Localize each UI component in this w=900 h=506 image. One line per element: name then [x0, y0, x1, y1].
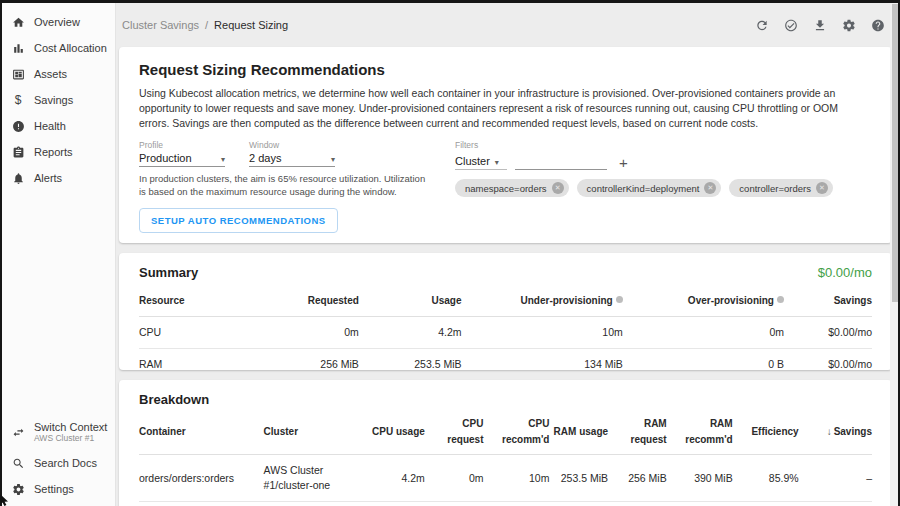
table-cell: 10m	[483, 455, 549, 502]
table-cell: $0.00/mo	[784, 316, 872, 348]
validate-button[interactable]	[783, 17, 799, 33]
sidebar-item-health[interactable]: Health	[2, 113, 115, 139]
table-cell: 4.2m	[359, 316, 462, 348]
sidebar-item-alerts[interactable]: Alerts	[2, 165, 115, 191]
filter-value-input[interactable]	[515, 155, 607, 170]
column-header[interactable]: RAM request	[608, 409, 667, 455]
bell-icon	[11, 171, 25, 185]
page-title: Request Sizing Recommendations	[139, 61, 872, 78]
remove-chip-icon[interactable]: ✕	[704, 182, 716, 194]
sidebar-item-label: Cost Allocation	[34, 42, 107, 55]
topbar: Cluster Savings / Request Sizing	[119, 3, 892, 47]
column-header[interactable]: CPU recomm'd	[483, 409, 549, 455]
table-cell: 85.9%	[733, 455, 799, 502]
sidebar-item-switch-context[interactable]: Switch ContextAWS Cluster #1	[2, 415, 115, 450]
table-cell: 256 MiB	[608, 455, 667, 502]
check-circle-icon	[784, 18, 798, 32]
chevron-down-icon: ▾	[331, 155, 335, 164]
chevron-down-icon: ▾	[495, 158, 499, 167]
breadcrumb-parent[interactable]: Cluster Savings	[122, 19, 199, 31]
mouse-cursor	[0, 494, 11, 506]
sidebar-item-cost-allocation[interactable]: Cost Allocation	[2, 35, 115, 61]
column-header: Resource	[139, 286, 242, 316]
page-description: Using Kubecost allocation metrics, we de…	[139, 86, 845, 131]
column-header[interactable]: RAM recomm'd	[667, 409, 733, 455]
column-header[interactable]: RAM usage	[549, 409, 608, 455]
sidebar-item-reports[interactable]: Reports	[2, 139, 115, 165]
scrollbar-thumb[interactable]	[892, 4, 898, 302]
summary-table: ResourceRequestedUsageUnder-provisioning…	[139, 286, 872, 370]
help-button[interactable]	[870, 17, 886, 33]
sidebar-item-assets[interactable]: Assets	[2, 61, 115, 87]
column-header[interactable]: Cluster	[264, 409, 367, 455]
refresh-button[interactable]	[754, 17, 770, 33]
info-icon[interactable]	[777, 296, 784, 303]
sidebar-item-label: Reports	[34, 146, 73, 159]
health-icon	[11, 119, 25, 133]
profile-value: Production	[139, 152, 192, 164]
table-row[interactable]: CPU0m4.2m10m0m$0.00/mo	[139, 316, 872, 348]
search-icon	[11, 456, 25, 470]
table-cell: 390 MiB	[667, 455, 733, 502]
gear-icon	[842, 18, 856, 32]
remove-chip-icon[interactable]: ✕	[816, 182, 828, 194]
column-header: Usage	[359, 286, 462, 316]
sidebar-nav: OverviewCost AllocationAssets$SavingsHea…	[2, 9, 115, 191]
table-cell: AWS Cluster #1/cluster-one	[264, 455, 367, 502]
profile-select[interactable]: Production ▾	[139, 152, 225, 167]
table-row[interactable]: orders/orders:ordersAWS Cluster #1/clust…	[139, 455, 872, 502]
filters-label: Filters	[455, 140, 833, 150]
table-cell: CPU	[139, 316, 242, 348]
column-header: Under-provisioning	[461, 286, 622, 316]
reports-icon	[11, 145, 25, 159]
column-header[interactable]: CPU usage	[366, 409, 425, 455]
column-header[interactable]: Container	[139, 409, 264, 455]
settings-button[interactable]	[841, 17, 857, 33]
table-cell: RAM	[139, 348, 242, 370]
filter-chip-label: controllerKind=deployment	[587, 183, 700, 194]
breakdown-card: Breakdown ContainerClusterCPU usageCPU r…	[119, 380, 892, 506]
download-button[interactable]	[812, 17, 828, 33]
window-select-group: Window 2 days ▾	[249, 140, 335, 167]
column-header[interactable]: ↓Savings	[799, 409, 872, 455]
filter-chip-label: namespace=orders	[465, 183, 547, 194]
gear-icon	[11, 482, 25, 496]
filter-chip: controllerKind=deployment✕	[577, 179, 722, 197]
column-header[interactable]: Efficiency	[733, 409, 799, 455]
remove-chip-icon[interactable]: ✕	[552, 182, 564, 194]
chevron-down-icon: ▾	[221, 155, 225, 164]
sidebar-item-search-docs[interactable]: Search Docs	[2, 450, 115, 476]
breadcrumb: Cluster Savings / Request Sizing	[122, 19, 288, 31]
scrollbar[interactable]	[890, 3, 898, 506]
column-header: Savings	[784, 286, 872, 316]
filter-chip-label: controller=orders	[739, 183, 811, 194]
app-window: OverviewCost AllocationAssets$SavingsHea…	[0, 0, 900, 506]
main-content: Cluster Savings / Request Sizing Request…	[116, 3, 898, 506]
table-cell: 0m	[623, 316, 784, 348]
table-cell: 256 MiB	[242, 348, 359, 370]
table-cell: 4.2m	[366, 455, 425, 502]
column-header[interactable]: CPU request	[425, 409, 484, 455]
sidebar: OverviewCost AllocationAssets$SavingsHea…	[2, 3, 116, 506]
info-icon[interactable]	[616, 296, 623, 303]
sidebar-item-overview[interactable]: Overview	[2, 9, 115, 35]
topbar-actions	[754, 17, 888, 33]
sidebar-item-label: Savings	[34, 94, 73, 107]
window-select[interactable]: 2 days ▾	[249, 152, 335, 167]
add-filter-button[interactable]: +	[619, 156, 628, 170]
sidebar-item-label: Health	[34, 120, 66, 133]
sort-desc-icon: ↓	[827, 426, 832, 437]
home-icon	[11, 15, 25, 29]
sidebar-item-savings[interactable]: $Savings	[2, 87, 115, 113]
request-sizing-card: Request Sizing Recommendations Using Kub…	[119, 47, 892, 243]
sidebar-item-label: Settings	[34, 483, 74, 496]
bar-chart-icon	[11, 41, 25, 55]
filter-type-select[interactable]: Cluster ▾	[455, 155, 507, 170]
setup-auto-recommendations-button[interactable]: SETUP AUTO RECOMMENDATIONS	[139, 208, 338, 233]
sidebar-item-sublabel: AWS Cluster #1	[34, 434, 107, 444]
breakdown-title: Breakdown	[139, 392, 209, 407]
table-cell: 10m	[461, 316, 622, 348]
sidebar-item-label: Alerts	[34, 172, 62, 185]
table-row[interactable]: RAM256 MiB253.5 MiB134 MiB0 B$0.00/mo	[139, 348, 872, 370]
sidebar-item-settings[interactable]: Settings	[2, 476, 115, 502]
